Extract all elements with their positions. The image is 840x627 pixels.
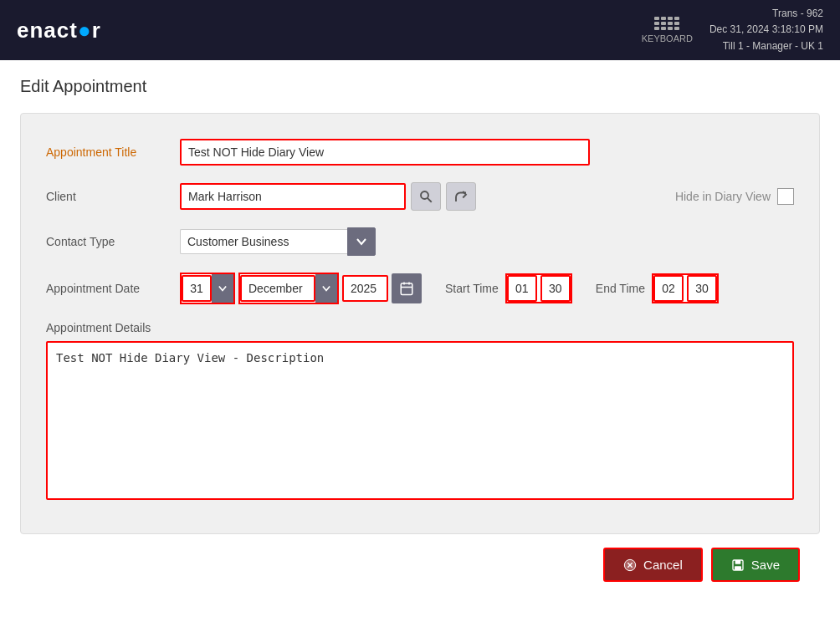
date-day-input[interactable] xyxy=(182,275,212,302)
svg-point-0 xyxy=(421,191,428,199)
details-label: Appointment Details xyxy=(46,321,151,334)
end-time-hour-input[interactable] xyxy=(653,275,684,302)
chevron-down-icon xyxy=(218,284,227,293)
start-time-group: Start Time xyxy=(445,273,572,303)
keyboard-icon xyxy=(654,17,679,30)
cancel-icon xyxy=(623,558,637,572)
appointment-title-row: Appointment Title xyxy=(46,139,794,166)
svg-rect-11 xyxy=(735,566,741,570)
appointment-date-row: Appointment Date xyxy=(46,273,794,304)
trans-info: Trans - 962 xyxy=(709,6,823,22)
header: enact●r KEYBOARD Trans - 962 Dec 31, 202… xyxy=(0,0,840,60)
chevron-down-icon xyxy=(356,237,366,247)
contact-type-select-wrap xyxy=(180,227,376,256)
details-row: Appointment Details Test NOT Hide Diary … xyxy=(46,321,794,500)
start-time-minute-input[interactable] xyxy=(540,275,571,302)
client-forward-button[interactable] xyxy=(446,182,476,211)
end-time-box xyxy=(652,273,719,303)
date-day-dropdown-button[interactable] xyxy=(212,274,233,303)
end-time-label: End Time xyxy=(596,282,645,295)
logo-accent: ● xyxy=(78,18,92,43)
forward-icon xyxy=(453,189,469,204)
keyboard-label: KEYBOARD xyxy=(642,33,693,43)
save-button[interactable]: Save xyxy=(711,548,800,582)
hide-diary-label: Hide in Diary View xyxy=(675,190,771,203)
appointment-title-input[interactable] xyxy=(180,139,590,166)
logo: enact●r xyxy=(17,18,101,43)
appointment-title-label: Appointment Title xyxy=(46,145,180,159)
contact-type-input[interactable] xyxy=(180,229,347,254)
start-time-hour-input[interactable] xyxy=(507,275,537,302)
contact-type-dropdown-button[interactable] xyxy=(347,227,376,256)
hide-diary-checkbox[interactable] xyxy=(777,188,794,205)
client-input[interactable] xyxy=(180,183,406,210)
datetime-info: Dec 31, 2024 3:18:10 PM xyxy=(709,22,823,38)
start-time-label: Start Time xyxy=(445,282,499,295)
page-title: Edit Appointment xyxy=(20,77,820,96)
date-day-wrap xyxy=(180,273,235,304)
client-field-group xyxy=(180,182,476,211)
save-icon xyxy=(731,558,745,572)
appointment-date-label: Appointment Date xyxy=(46,282,180,295)
svg-rect-10 xyxy=(735,560,740,564)
header-info: Trans - 962 Dec 31, 2024 3:18:10 PM Till… xyxy=(709,6,823,54)
date-month-input[interactable] xyxy=(240,275,315,302)
keyboard-button[interactable]: KEYBOARD xyxy=(642,17,693,43)
form-footer: Cancel Save xyxy=(20,534,820,595)
date-group: Start Time End Time xyxy=(180,273,719,304)
svg-line-1 xyxy=(428,198,432,202)
till-info: Till 1 - Manager - UK 1 xyxy=(709,38,823,54)
date-month-wrap xyxy=(238,273,339,304)
cancel-button[interactable]: Cancel xyxy=(603,548,703,582)
date-year-input[interactable] xyxy=(342,275,388,302)
chevron-down-icon xyxy=(322,284,330,293)
start-time-box xyxy=(505,273,572,303)
calendar-icon xyxy=(399,281,414,296)
calendar-button[interactable] xyxy=(392,273,422,303)
svg-rect-2 xyxy=(401,283,412,295)
search-icon xyxy=(418,189,433,204)
diary-view-group: Hide in Diary View xyxy=(675,188,794,205)
client-search-button[interactable] xyxy=(411,182,441,211)
save-label: Save xyxy=(751,558,780,572)
header-right: KEYBOARD Trans - 962 Dec 31, 2024 3:18:1… xyxy=(642,6,823,54)
contact-type-label: Contact Type xyxy=(46,235,180,248)
contact-type-row: Contact Type xyxy=(46,227,794,256)
end-time-minute-input[interactable] xyxy=(687,275,717,302)
date-month-dropdown-button[interactable] xyxy=(315,274,337,303)
page-content: Edit Appointment Appointment Title Clien… xyxy=(0,60,840,612)
details-textarea[interactable]: Test NOT Hide Diary View - Description xyxy=(46,341,794,500)
form-card: Appointment Title Client Hide in Diary V… xyxy=(20,113,820,534)
end-time-group: End Time xyxy=(596,273,719,303)
cancel-label: Cancel xyxy=(643,558,683,572)
client-row: Client Hide in Diary View xyxy=(46,182,794,211)
client-label: Client xyxy=(46,190,180,203)
